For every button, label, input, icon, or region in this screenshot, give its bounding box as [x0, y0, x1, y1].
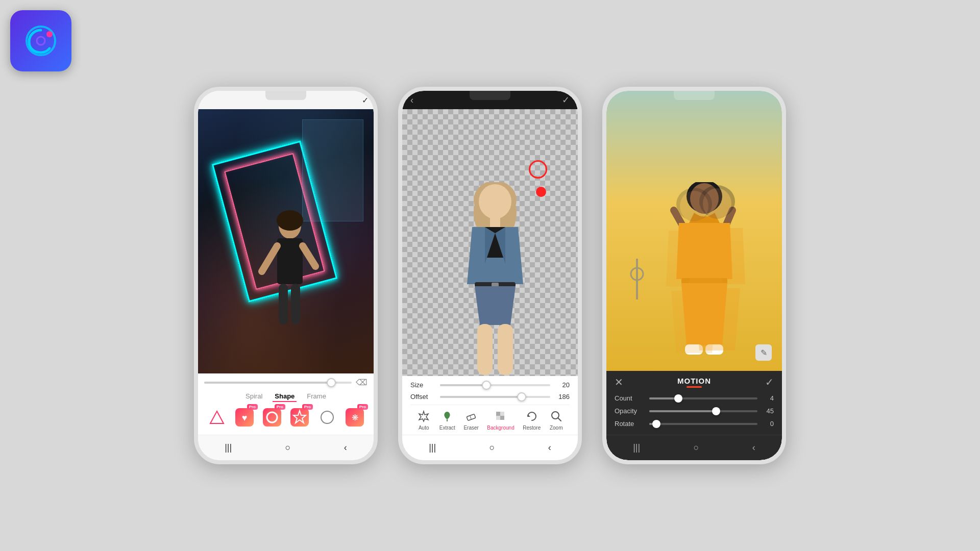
nav-menu-ph1[interactable]: ||| [225, 442, 232, 453]
offset-value: 186 [554, 393, 570, 400]
svg-line-41 [558, 418, 561, 421]
nav-menu-ph3[interactable]: ||| [633, 442, 640, 453]
svg-text:♥: ♥ [242, 413, 248, 423]
svg-point-2 [37, 37, 45, 45]
tool-eraser[interactable]: Eraser [463, 409, 478, 431]
svg-rect-38 [500, 416, 504, 420]
phone1-nav: ||| ○ ‹ [198, 435, 374, 460]
count-value: 4 [762, 394, 774, 402]
svg-line-6 [262, 246, 277, 271]
eraser-icon-ph2 [464, 409, 478, 423]
tool-background[interactable]: Background [487, 409, 514, 431]
nav-back-ph2[interactable]: ‹ [548, 442, 551, 453]
background-icon [494, 409, 508, 423]
nav-back-ph1[interactable]: ‹ [344, 442, 347, 453]
zoom-icon [549, 409, 564, 423]
nav-back-ph3[interactable]: ‹ [752, 442, 755, 453]
shape-options: ♥ Pro [204, 406, 368, 433]
opacity-thumb[interactable] [712, 407, 720, 415]
size-value: 20 [554, 381, 570, 389]
shape-heart[interactable]: ♥ Pro [233, 406, 256, 429]
opacity-row: Opacity 45 [615, 407, 774, 415]
tool-extract[interactable]: Extract [439, 409, 455, 431]
phone3-controls: ✕ MOTION ✓ Count 4 [606, 371, 782, 435]
extract-icon [440, 409, 454, 423]
shape-tabs: Spiral Shape Frame [204, 391, 368, 402]
shape-star[interactable]: Pro [288, 406, 311, 429]
background-label: Background [487, 425, 514, 431]
svg-rect-37 [496, 416, 500, 420]
motion-underline [687, 386, 702, 388]
phone3-checkmark[interactable]: ✓ [765, 376, 774, 388]
size-label: Size [410, 381, 436, 389]
shape-extra-pro[interactable]: ❋ Pro [344, 406, 366, 429]
svg-line-34 [470, 416, 472, 420]
rotate-row: Rotate 0 [615, 420, 774, 428]
tab-frame[interactable]: Frame [305, 391, 328, 402]
phone3-notch-bar [606, 91, 782, 109]
opacity-label: Opacity [615, 407, 645, 415]
phone3-header: ✕ MOTION ✓ [615, 376, 774, 388]
phone-2: ‹ ✓ [398, 87, 582, 464]
svg-rect-31 [498, 324, 513, 375]
shape-circle-ring[interactable]: Pro [261, 406, 283, 429]
svg-point-23 [479, 184, 511, 219]
svg-marker-10 [210, 411, 224, 423]
phone2-nav: ||| ○ ‹ [402, 435, 578, 460]
tab-spiral[interactable]: Spiral [243, 391, 264, 402]
nav-home-ph2[interactable]: ○ [489, 442, 495, 453]
shape-circle-outline[interactable] [316, 406, 338, 429]
red-dot-outline [529, 160, 547, 179]
count-label: Count [615, 394, 645, 402]
nav-menu-ph2[interactable]: ||| [429, 442, 436, 453]
eraser-label: Eraser [463, 425, 478, 431]
tool-auto[interactable]: Auto [416, 409, 431, 431]
svg-text:❋: ❋ [352, 413, 358, 422]
svg-rect-36 [500, 412, 504, 416]
offset-label: Offset [410, 393, 436, 400]
woman-yellow [653, 182, 755, 371]
tab-shape[interactable]: Shape [273, 391, 297, 402]
phone2-notch-bar: ‹ ✓ [402, 91, 578, 109]
svg-rect-33 [467, 414, 476, 421]
phone3-close[interactable]: ✕ [615, 376, 623, 388]
svg-point-4 [277, 210, 303, 231]
svg-rect-29 [492, 283, 499, 287]
opacity-value: 45 [762, 407, 774, 415]
phone2-checkmark[interactable]: ✓ [562, 94, 570, 106]
auto-icon [416, 409, 431, 423]
woman-silhouette-1 [249, 210, 331, 373]
eraser-icon-ph1[interactable]: ⌫ [356, 378, 368, 387]
count-thumb[interactable] [674, 394, 682, 403]
scene: ✓ [0, 0, 980, 551]
svg-rect-30 [477, 324, 493, 375]
phone3-nav: ||| ○ ‹ [606, 435, 782, 460]
phone3-image-area: ✎ [606, 91, 782, 371]
restore-icon [525, 409, 539, 423]
app-icon[interactable] [10, 10, 71, 71]
tool-restore[interactable]: Restore [523, 409, 541, 431]
shape-triangle[interactable] [206, 406, 228, 429]
nav-home-ph1[interactable]: ○ [285, 442, 291, 453]
extract-label: Extract [439, 425, 455, 431]
svg-rect-5 [277, 238, 303, 284]
tool-zoom[interactable]: Zoom [549, 409, 564, 431]
count-row: Count 4 [615, 394, 774, 402]
tool-bar: Auto Extract [410, 405, 570, 433]
svg-rect-13 [263, 408, 281, 427]
svg-line-7 [303, 246, 315, 266]
pro-badge-heart: Pro [247, 404, 258, 410]
pencil-tool-icon[interactable]: ✎ [755, 344, 772, 361]
restore-label: Restore [523, 425, 541, 431]
nav-home-ph3[interactable]: ○ [694, 442, 699, 453]
phone1-checkmark[interactable]: ✓ [362, 95, 369, 105]
pro-badge-extra: Pro [357, 404, 368, 410]
basketball-hoop [622, 259, 652, 310]
rotate-thumb[interactable] [652, 420, 660, 428]
svg-point-17 [321, 411, 333, 423]
phone2-controls: Size 20 Offset 186 [402, 376, 578, 435]
pro-badge-circle: Pro [275, 404, 285, 410]
phone-3: ✎ ✕ MOTION ✓ Count [602, 87, 786, 464]
rotate-value: 0 [762, 420, 774, 428]
phone2-back[interactable]: ‹ [410, 95, 413, 106]
